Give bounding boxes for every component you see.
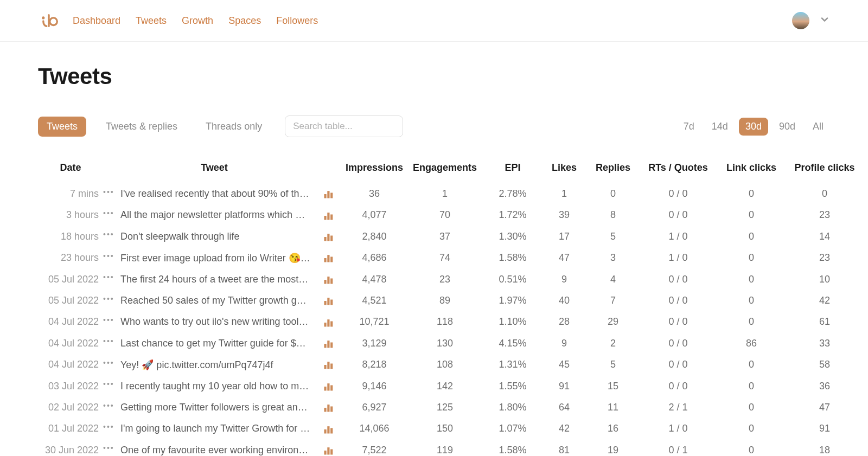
col-impressions[interactable]: Impressions xyxy=(342,162,407,174)
topbar: Dashboard Tweets Growth Spaces Followers xyxy=(0,0,868,42)
cell-likes: 81 xyxy=(542,445,586,456)
svg-rect-15 xyxy=(324,280,327,284)
bar-chart-icon[interactable] xyxy=(315,274,342,285)
cell-engagements: 37 xyxy=(407,231,483,242)
more-icon[interactable]: ••• xyxy=(103,380,114,388)
cell-tweet[interactable]: Yey! 🚀 pic.twitter.com/umPq747j4f xyxy=(114,359,315,371)
cell-profile-clicks: 10 xyxy=(787,274,863,285)
bar-chart-icon[interactable] xyxy=(315,188,342,200)
search-input[interactable] xyxy=(285,115,403,137)
logo[interactable] xyxy=(38,10,60,31)
col-likes[interactable]: Likes xyxy=(542,162,586,174)
cell-date: 05 Jul 2022 xyxy=(38,274,103,285)
nav-dashboard[interactable]: Dashboard xyxy=(73,15,120,27)
more-icon[interactable]: ••• xyxy=(103,188,114,196)
table-row[interactable]: 05 Jul 2022 ••• Reached 50 sales of my T… xyxy=(38,290,830,311)
more-icon[interactable]: ••• xyxy=(103,230,114,238)
avatar[interactable] xyxy=(792,12,809,29)
more-icon[interactable]: ••• xyxy=(103,252,114,260)
range-30d[interactable]: 30d xyxy=(739,118,768,136)
range-14d[interactable]: 14d xyxy=(705,118,735,136)
tab-threads-only[interactable]: Threads only xyxy=(197,117,271,137)
nav-spaces[interactable]: Spaces xyxy=(228,15,261,27)
more-icon[interactable]: ••• xyxy=(103,423,114,431)
bar-chart-icon[interactable] xyxy=(315,209,342,221)
table-row[interactable]: 04 Jul 2022 ••• Who wants to try out ilo… xyxy=(38,311,830,332)
cell-date: 30 Jun 2022 xyxy=(38,445,103,456)
col-profile-clicks[interactable]: Profile clicks xyxy=(787,162,863,174)
col-rts-quotes[interactable]: RTs / Quotes xyxy=(640,162,716,174)
bar-chart-icon[interactable] xyxy=(315,252,342,264)
bar-chart-icon[interactable] xyxy=(315,381,342,392)
col-replies[interactable]: Replies xyxy=(586,162,640,174)
range-tabs: 7d 14d 30d 90d All xyxy=(677,118,830,136)
range-all[interactable]: All xyxy=(806,118,830,136)
cell-tweet[interactable]: Don't sleepwalk through life xyxy=(114,231,315,242)
cell-epi: 1.07% xyxy=(483,423,542,434)
table-row[interactable]: 3 hours ••• All the major newsletter pla… xyxy=(38,204,830,226)
range-7d[interactable]: 7d xyxy=(677,118,701,136)
cell-tweet[interactable]: I'm going to launch my Twitter Growth fo… xyxy=(114,423,315,434)
cell-likes: 39 xyxy=(542,209,586,221)
chevron-down-icon[interactable] xyxy=(819,14,830,28)
bar-chart-icon[interactable] xyxy=(315,316,342,327)
cell-tweet[interactable]: All the major newsletter platforms which… xyxy=(114,209,315,221)
more-icon[interactable]: ••• xyxy=(103,295,114,303)
nav-followers[interactable]: Followers xyxy=(276,15,318,27)
bar-chart-icon[interactable] xyxy=(315,402,342,413)
svg-rect-25 xyxy=(327,341,329,348)
cell-tweet[interactable]: One of my favourite ever working environ… xyxy=(114,445,315,456)
cell-tweet[interactable]: Reached 50 sales of my Twitter growth gu… xyxy=(114,295,315,306)
col-engagements[interactable]: Engagements xyxy=(407,162,483,174)
cell-epi: 1.58% xyxy=(483,252,542,264)
more-icon[interactable]: ••• xyxy=(103,444,114,452)
tab-tweets-replies[interactable]: Tweets & replies xyxy=(97,117,186,137)
bar-chart-icon[interactable] xyxy=(315,231,342,242)
cell-tweet[interactable]: First ever image upload from ilo Writer … xyxy=(114,252,315,264)
tab-tweets[interactable]: Tweets xyxy=(38,117,86,137)
range-90d[interactable]: 90d xyxy=(773,118,802,136)
cell-tweet[interactable]: I recently taught my 10 year old how to … xyxy=(114,381,315,392)
table-row[interactable]: 23 hours ••• First ever image upload fro… xyxy=(38,247,830,269)
table-row[interactable]: 05 Jul 2022 ••• The first 24 hours of a … xyxy=(38,269,830,290)
col-epi[interactable]: EPI xyxy=(483,162,542,174)
cell-tweet[interactable]: I've realised recently that about 90% of… xyxy=(114,188,315,200)
table-row[interactable]: 18 hours ••• Don't sleepwalk through lif… xyxy=(38,226,830,247)
cell-profile-clicks: 18 xyxy=(787,445,863,456)
more-icon[interactable]: ••• xyxy=(103,209,114,217)
more-icon[interactable]: ••• xyxy=(103,402,114,409)
svg-rect-16 xyxy=(327,277,329,284)
svg-rect-12 xyxy=(324,258,327,262)
nav-tweets[interactable]: Tweets xyxy=(136,15,167,27)
cell-epi: 1.31% xyxy=(483,359,542,370)
bar-chart-icon[interactable] xyxy=(315,445,342,456)
cell-tweet[interactable]: Last chance to get my Twitter guide for … xyxy=(114,338,315,349)
nav-growth[interactable]: Growth xyxy=(182,15,213,27)
cell-tweet[interactable]: Getting more Twitter followers is great … xyxy=(114,402,315,413)
bar-chart-icon[interactable] xyxy=(315,359,342,370)
table-row[interactable]: 03 Jul 2022 ••• I recently taught my 10 … xyxy=(38,376,830,397)
more-icon[interactable]: ••• xyxy=(103,316,114,324)
table-row[interactable]: 02 Jul 2022 ••• Getting more Twitter fol… xyxy=(38,397,830,418)
cell-profile-clicks: 91 xyxy=(787,423,863,434)
more-icon[interactable]: ••• xyxy=(103,337,114,345)
bar-chart-icon[interactable] xyxy=(315,338,342,349)
bar-chart-icon[interactable] xyxy=(315,423,342,434)
col-link-clicks[interactable]: Link clicks xyxy=(716,162,787,174)
bar-chart-icon[interactable] xyxy=(315,295,342,306)
more-icon[interactable]: ••• xyxy=(103,273,114,281)
col-date[interactable]: Date xyxy=(38,162,103,174)
table-row[interactable]: 01 Jul 2022 ••• I'm going to launch my T… xyxy=(38,418,830,439)
cell-tweet[interactable]: The first 24 hours of a tweet are the mo… xyxy=(114,274,315,285)
table-row[interactable]: 30 Jun 2022 ••• One of my favourite ever… xyxy=(38,440,830,457)
cell-tweet[interactable]: Who wants to try out ilo's new writing t… xyxy=(114,316,315,327)
table-row[interactable]: 7 mins ••• I've realised recently that a… xyxy=(38,183,830,204)
cell-link-clicks: 0 xyxy=(716,231,787,242)
cell-epi: 0.51% xyxy=(483,274,542,285)
more-icon[interactable]: ••• xyxy=(103,359,114,367)
svg-rect-20 xyxy=(330,300,333,305)
cell-rts: 0 / 0 xyxy=(640,188,716,200)
table-row[interactable]: 04 Jul 2022 ••• Yey! 🚀 pic.twitter.com/u… xyxy=(38,354,830,376)
table-row[interactable]: 04 Jul 2022 ••• Last chance to get my Tw… xyxy=(38,333,830,354)
col-tweet[interactable]: Tweet xyxy=(114,162,315,174)
